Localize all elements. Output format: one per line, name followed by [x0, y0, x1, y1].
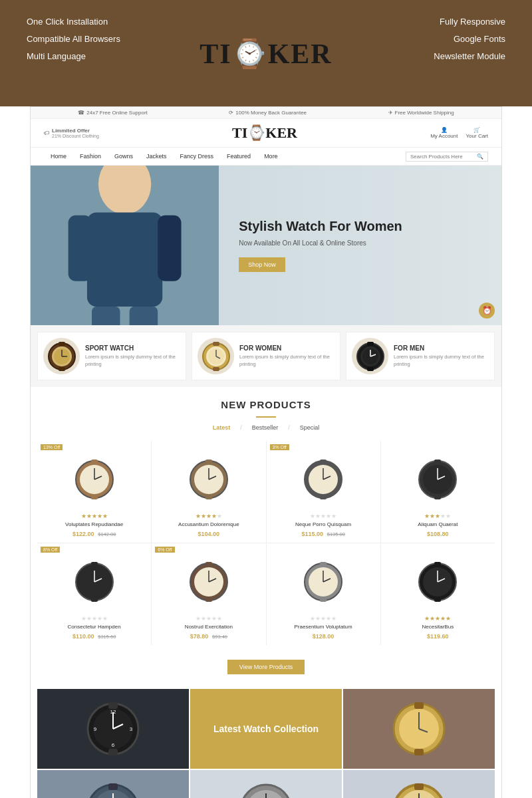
- svg-rect-68: [320, 562, 327, 567]
- nav-gowns[interactable]: Gowns: [108, 148, 140, 165]
- product-badge: 13% Off: [41, 444, 63, 450]
- tab-bestseller[interactable]: Bestseller: [252, 424, 279, 431]
- product-image: [68, 453, 121, 506]
- sport-watch-desc: Lorem ipsum is simply dummy text of the …: [85, 354, 180, 368]
- product-tabs: Latest / Bestseller / Special: [31, 424, 501, 434]
- section-underline: [256, 416, 276, 418]
- feature-item: Fully Responsive: [434, 13, 505, 31]
- product-pricing: $104.00: [157, 530, 260, 537]
- svg-rect-74: [434, 562, 441, 567]
- product-badge: 3% Off: [270, 444, 289, 450]
- svg-rect-38: [205, 460, 212, 464]
- features-right: Fully Responsive Google Fonts Newsletter…: [434, 13, 505, 65]
- product-badge: 6% Off: [155, 547, 174, 553]
- collection-section: 12 6 9 3 Latest Watch Collection: [31, 689, 501, 798]
- product-stars: ★★★★★: [386, 513, 489, 519]
- product-card: ★★★★★ Praesentium Voluptatum $128.00: [267, 543, 380, 645]
- svg-rect-84: [108, 702, 118, 709]
- sport-watch-title: SPORT WATCH: [85, 344, 180, 352]
- product-stars: ★★★★★: [272, 513, 375, 519]
- product-stars: ★★★★★: [43, 615, 146, 622]
- product-name: NecesitarBus: [386, 624, 489, 630]
- collection-image-3: [37, 770, 189, 798]
- men-watch-desc: Lorem ipsum is simply dummy text of the …: [394, 354, 489, 368]
- account-icon: 👤: [430, 127, 458, 133]
- svg-rect-2: [87, 212, 162, 307]
- feature-item: Multi Language: [27, 48, 120, 65]
- offer-box: 🏷 Limmited Offer 21% Discount Clothing: [44, 128, 99, 138]
- svg-rect-44: [320, 460, 327, 464]
- product-pricing: $78.80 $93.40: [157, 632, 260, 640]
- support-icon: ☎: [78, 110, 84, 116]
- hero-logo: TI⌚KER: [200, 37, 332, 70]
- svg-rect-33: [91, 495, 98, 499]
- my-account-button[interactable]: 👤 My Account: [430, 127, 458, 139]
- offer-discount: 21% Discount Clothing: [52, 134, 99, 138]
- product-name: Consectetur Hampden: [43, 624, 146, 630]
- top-bar: ☎ 24x7 Free Online Support ⟳ 100% Money …: [31, 107, 501, 119]
- product-old-price: $93.40: [212, 634, 227, 640]
- collection-image-5: [343, 770, 495, 798]
- feature-item: One Click Installation: [27, 13, 120, 31]
- store-logo: TI⌚KER: [232, 124, 297, 142]
- nav-more[interactable]: More: [257, 148, 285, 165]
- tab-latest[interactable]: Latest: [213, 424, 231, 431]
- hero-section: One Click Installation Compatible All Br…: [0, 0, 532, 106]
- nav-featured[interactable]: Featured: [220, 148, 257, 165]
- search-icon[interactable]: 🔍: [477, 154, 483, 160]
- svg-rect-96: [108, 783, 118, 790]
- product-old-price: $315.60: [98, 634, 116, 640]
- svg-rect-91: [414, 749, 424, 755]
- collection-label: Latest Watch Collection: [190, 689, 342, 769]
- svg-rect-90: [414, 702, 424, 709]
- new-products-section: NEW PRODUCTS Latest / Bestseller / Speci…: [31, 387, 501, 689]
- nav-fashion[interactable]: Fashion: [73, 148, 108, 165]
- svg-rect-62: [205, 562, 212, 567]
- svg-rect-106: [414, 783, 424, 790]
- logo-accent: ⌚: [247, 124, 265, 141]
- women-watch-desc: Lorem ipsum is simply dummy text of the …: [239, 354, 334, 368]
- category-sport: SPORT WATCH Lorem ipsum is simply dummy …: [37, 332, 186, 380]
- tab-special[interactable]: Special: [300, 424, 320, 431]
- svg-rect-50: [434, 460, 441, 464]
- banner-model-image: [31, 166, 219, 325]
- nav-home[interactable]: Home: [44, 148, 73, 165]
- svg-rect-85: [108, 749, 118, 755]
- product-card: 8% Off ★★★★★ Consectetur Hampden $110.00…: [37, 543, 151, 645]
- offer-text: Limmited Offer 21% Discount Clothing: [52, 128, 99, 138]
- product-card: 13% Off ★★★★★ Voluptates Repudiandae $12…: [37, 441, 151, 543]
- header-actions: 👤 My Account 🛒 Your Cart: [430, 127, 488, 139]
- collection-image-1: 12 6 9 3: [37, 689, 189, 769]
- svg-rect-4: [158, 215, 181, 281]
- product-price: $104.00: [198, 531, 220, 537]
- svg-rect-51: [434, 495, 441, 499]
- sport-watch-info: SPORT WATCH Lorem ipsum is simply dummy …: [85, 344, 180, 368]
- shop-now-button[interactable]: Shop Now: [239, 257, 285, 272]
- view-more-button[interactable]: View More Products: [227, 660, 305, 674]
- product-card: ★★★★★ Aliquam Quaerat $108.80: [381, 441, 495, 543]
- women-watch-info: FOR WOMEN Lorem ipsum is simply dummy te…: [239, 344, 334, 368]
- logo-dot: ⌚: [232, 39, 268, 69]
- shipping-icon: ✈: [388, 110, 393, 116]
- nav-fancy-dress[interactable]: Fancy Dress: [174, 148, 221, 165]
- product-name: Accusantium Doloremque: [157, 521, 260, 527]
- cart-button[interactable]: 🛒 Your Cart: [466, 127, 489, 139]
- banner-subtitle: Now Available On All Local & Online Stor…: [239, 239, 481, 247]
- search-input[interactable]: [410, 154, 477, 160]
- product-image: [297, 453, 350, 506]
- product-card: ★★★★★ NecesitarBus $119.60: [381, 543, 495, 645]
- topbar-item-moneyback: ⟳ 100% Money Back Guarantee: [229, 110, 307, 116]
- products-grid: 13% Off ★★★★★ Voluptates Repudiandae $12…: [37, 441, 495, 645]
- svg-rect-63: [205, 597, 212, 602]
- svg-rect-26: [367, 342, 374, 346]
- svg-rect-75: [434, 597, 441, 602]
- women-watch-image: [198, 338, 234, 374]
- svg-rect-69: [320, 597, 327, 602]
- svg-rect-45: [320, 495, 327, 499]
- nav-jackets[interactable]: Jackets: [140, 148, 174, 165]
- product-price: $115.00: [301, 531, 323, 537]
- product-name: Voluptates Repudiandae: [43, 521, 146, 527]
- topbar-item-shipping: ✈ Free Worldwide Shipping: [388, 110, 454, 116]
- product-name: Neque Porro Quisquam: [272, 521, 375, 527]
- feature-item: Compatible All Browsers: [27, 31, 120, 48]
